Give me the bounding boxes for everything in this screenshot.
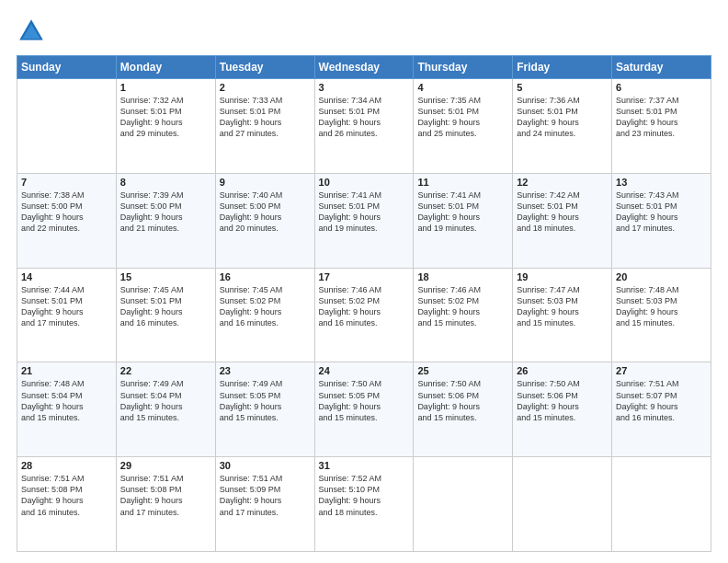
logo	[17, 17, 50, 46]
cell-day-number: 23	[220, 365, 311, 376]
weekday-row: SundayMondayTuesdayWednesdayThursdayFrid…	[17, 56, 711, 79]
calendar-cell: 26Sunrise: 7:50 AM Sunset: 5:06 PM Dayli…	[513, 362, 612, 457]
cell-info: Sunrise: 7:44 AM Sunset: 5:01 PM Dayligh…	[21, 284, 112, 329]
cell-day-number: 13	[616, 177, 707, 188]
cell-day-number: 30	[220, 460, 311, 471]
cell-info: Sunrise: 7:40 AM Sunset: 5:00 PM Dayligh…	[220, 190, 311, 235]
cell-day-number: 9	[220, 177, 311, 188]
calendar-body: 1Sunrise: 7:32 AM Sunset: 5:01 PM Daylig…	[17, 79, 711, 552]
calendar-cell: 13Sunrise: 7:43 AM Sunset: 5:01 PM Dayli…	[612, 173, 711, 268]
calendar-cell: 18Sunrise: 7:46 AM Sunset: 5:02 PM Dayli…	[414, 268, 513, 362]
cell-day-number: 21	[21, 365, 112, 376]
cell-info: Sunrise: 7:50 AM Sunset: 5:06 PM Dayligh…	[417, 378, 508, 423]
calendar-cell: 3Sunrise: 7:34 AM Sunset: 5:01 PM Daylig…	[314, 79, 414, 174]
week-row-5: 28Sunrise: 7:51 AM Sunset: 5:08 PM Dayli…	[17, 457, 711, 552]
cell-info: Sunrise: 7:51 AM Sunset: 5:07 PM Dayligh…	[616, 378, 707, 423]
cell-info: Sunrise: 7:45 AM Sunset: 5:01 PM Dayligh…	[120, 284, 211, 329]
calendar-cell: 7Sunrise: 7:38 AM Sunset: 5:00 PM Daylig…	[17, 173, 117, 268]
calendar-cell: 28Sunrise: 7:51 AM Sunset: 5:08 PM Dayli…	[17, 457, 117, 552]
calendar-cell: 6Sunrise: 7:37 AM Sunset: 5:01 PM Daylig…	[612, 79, 711, 174]
cell-day-number: 15	[120, 271, 211, 282]
cell-info: Sunrise: 7:42 AM Sunset: 5:01 PM Dayligh…	[517, 190, 608, 235]
calendar-cell: 4Sunrise: 7:35 AM Sunset: 5:01 PM Daylig…	[414, 79, 513, 174]
calendar-cell	[17, 79, 117, 174]
calendar-cell	[414, 457, 513, 552]
calendar-cell: 10Sunrise: 7:41 AM Sunset: 5:01 PM Dayli…	[314, 173, 414, 268]
cell-info: Sunrise: 7:35 AM Sunset: 5:01 PM Dayligh…	[417, 95, 508, 140]
calendar-cell: 15Sunrise: 7:45 AM Sunset: 5:01 PM Dayli…	[116, 268, 215, 362]
calendar-cell: 11Sunrise: 7:41 AM Sunset: 5:01 PM Dayli…	[414, 173, 513, 268]
calendar-cell: 17Sunrise: 7:46 AM Sunset: 5:02 PM Dayli…	[314, 268, 414, 362]
calendar-cell: 27Sunrise: 7:51 AM Sunset: 5:07 PM Dayli…	[612, 362, 711, 457]
cell-day-number: 19	[517, 271, 608, 282]
cell-day-number: 3	[319, 82, 410, 93]
week-row-4: 21Sunrise: 7:48 AM Sunset: 5:04 PM Dayli…	[17, 362, 711, 457]
calendar-cell: 25Sunrise: 7:50 AM Sunset: 5:06 PM Dayli…	[414, 362, 513, 457]
weekday-header-thursday: Thursday	[414, 56, 513, 79]
week-row-3: 14Sunrise: 7:44 AM Sunset: 5:01 PM Dayli…	[17, 268, 711, 362]
cell-info: Sunrise: 7:45 AM Sunset: 5:02 PM Dayligh…	[220, 284, 311, 329]
cell-info: Sunrise: 7:47 AM Sunset: 5:03 PM Dayligh…	[517, 284, 608, 329]
cell-info: Sunrise: 7:48 AM Sunset: 5:03 PM Dayligh…	[616, 284, 707, 329]
cell-info: Sunrise: 7:41 AM Sunset: 5:01 PM Dayligh…	[319, 190, 410, 235]
cell-day-number: 24	[319, 365, 410, 376]
cell-info: Sunrise: 7:50 AM Sunset: 5:06 PM Dayligh…	[517, 378, 608, 423]
cell-day-number: 7	[21, 177, 112, 188]
page: SundayMondayTuesdayWednesdayThursdayFrid…	[0, 0, 728, 563]
calendar-cell: 2Sunrise: 7:33 AM Sunset: 5:01 PM Daylig…	[215, 79, 314, 174]
cell-info: Sunrise: 7:34 AM Sunset: 5:01 PM Dayligh…	[319, 95, 410, 140]
calendar-cell: 31Sunrise: 7:52 AM Sunset: 5:10 PM Dayli…	[314, 457, 414, 552]
cell-day-number: 28	[21, 460, 112, 471]
calendar-header: SundayMondayTuesdayWednesdayThursdayFrid…	[17, 56, 711, 79]
calendar-cell: 22Sunrise: 7:49 AM Sunset: 5:04 PM Dayli…	[116, 362, 215, 457]
calendar-cell	[513, 457, 612, 552]
weekday-header-saturday: Saturday	[612, 56, 711, 79]
cell-day-number: 2	[220, 82, 311, 93]
calendar-cell: 30Sunrise: 7:51 AM Sunset: 5:09 PM Dayli…	[215, 457, 314, 552]
cell-day-number: 6	[616, 82, 707, 93]
calendar-cell: 8Sunrise: 7:39 AM Sunset: 5:00 PM Daylig…	[116, 173, 215, 268]
cell-info: Sunrise: 7:51 AM Sunset: 5:08 PM Dayligh…	[21, 473, 112, 518]
weekday-header-tuesday: Tuesday	[215, 56, 314, 79]
cell-info: Sunrise: 7:51 AM Sunset: 5:08 PM Dayligh…	[120, 473, 211, 518]
cell-day-number: 20	[616, 271, 707, 282]
calendar-cell: 29Sunrise: 7:51 AM Sunset: 5:08 PM Dayli…	[116, 457, 215, 552]
cell-day-number: 11	[417, 177, 508, 188]
cell-day-number: 12	[517, 177, 608, 188]
cell-info: Sunrise: 7:48 AM Sunset: 5:04 PM Dayligh…	[21, 378, 112, 423]
cell-info: Sunrise: 7:46 AM Sunset: 5:02 PM Dayligh…	[319, 284, 410, 329]
calendar-cell: 23Sunrise: 7:49 AM Sunset: 5:05 PM Dayli…	[215, 362, 314, 457]
weekday-header-wednesday: Wednesday	[314, 56, 414, 79]
calendar-cell: 9Sunrise: 7:40 AM Sunset: 5:00 PM Daylig…	[215, 173, 314, 268]
cell-day-number: 4	[417, 82, 508, 93]
weekday-header-monday: Monday	[116, 56, 215, 79]
cell-info: Sunrise: 7:46 AM Sunset: 5:02 PM Dayligh…	[417, 284, 508, 329]
cell-info: Sunrise: 7:39 AM Sunset: 5:00 PM Dayligh…	[120, 190, 211, 235]
cell-info: Sunrise: 7:36 AM Sunset: 5:01 PM Dayligh…	[517, 95, 608, 140]
cell-info: Sunrise: 7:33 AM Sunset: 5:01 PM Dayligh…	[220, 95, 311, 140]
cell-info: Sunrise: 7:52 AM Sunset: 5:10 PM Dayligh…	[319, 473, 410, 518]
cell-day-number: 31	[319, 460, 410, 471]
header	[17, 17, 711, 46]
cell-info: Sunrise: 7:49 AM Sunset: 5:05 PM Dayligh…	[220, 378, 311, 423]
cell-day-number: 27	[616, 365, 707, 376]
cell-day-number: 29	[120, 460, 211, 471]
cell-day-number: 17	[319, 271, 410, 282]
calendar-cell: 12Sunrise: 7:42 AM Sunset: 5:01 PM Dayli…	[513, 173, 612, 268]
calendar-cell: 14Sunrise: 7:44 AM Sunset: 5:01 PM Dayli…	[17, 268, 117, 362]
cell-day-number: 22	[120, 365, 211, 376]
cell-day-number: 16	[220, 271, 311, 282]
cell-day-number: 8	[120, 177, 211, 188]
cell-info: Sunrise: 7:32 AM Sunset: 5:01 PM Dayligh…	[120, 95, 211, 140]
cell-day-number: 1	[120, 82, 211, 93]
calendar-table: SundayMondayTuesdayWednesdayThursdayFrid…	[17, 55, 711, 552]
calendar-cell: 16Sunrise: 7:45 AM Sunset: 5:02 PM Dayli…	[215, 268, 314, 362]
cell-info: Sunrise: 7:49 AM Sunset: 5:04 PM Dayligh…	[120, 378, 211, 423]
cell-info: Sunrise: 7:41 AM Sunset: 5:01 PM Dayligh…	[417, 190, 508, 235]
weekday-header-friday: Friday	[513, 56, 612, 79]
logo-icon	[17, 17, 46, 46]
calendar-cell: 5Sunrise: 7:36 AM Sunset: 5:01 PM Daylig…	[513, 79, 612, 174]
cell-day-number: 5	[517, 82, 608, 93]
cell-day-number: 25	[417, 365, 508, 376]
cell-info: Sunrise: 7:38 AM Sunset: 5:00 PM Dayligh…	[21, 190, 112, 235]
